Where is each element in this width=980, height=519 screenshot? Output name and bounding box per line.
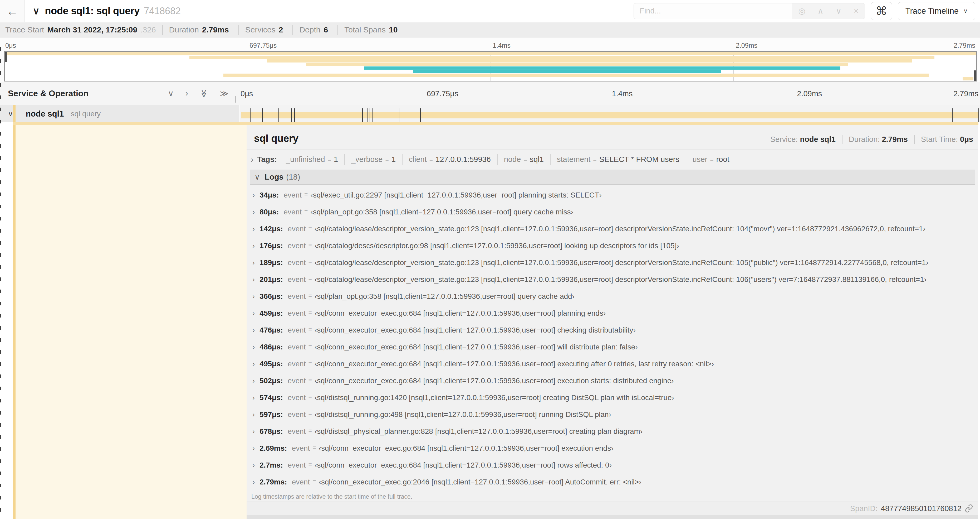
log-expand-chevron-icon[interactable]: ›: [252, 444, 255, 452]
logs-header[interactable]: ∨ Logs (18): [250, 169, 975, 185]
log-tick: [250, 109, 251, 122]
keyboard-shortcuts-button[interactable]: ⌘: [871, 2, 892, 20]
timeline-gridline: [425, 83, 425, 122]
log-row[interactable]: › 189μs: event = ‹sql/catalog/lease/desc…: [250, 254, 975, 271]
log-expand-chevron-icon[interactable]: ›: [252, 326, 255, 334]
expand-all-icon[interactable]: ≫: [199, 89, 209, 97]
log-row[interactable]: › 2.69ms: event = ‹sql/conn_executor_exe…: [250, 440, 975, 457]
log-row[interactable]: › 2.79ms: event = ‹sql/conn_executor_exe…: [250, 474, 975, 490]
log-tick: [955, 109, 955, 122]
span-row-service-cell[interactable]: ∨ node sql1 sql query: [0, 105, 239, 122]
log-row[interactable]: › 2.7ms: event = ‹sql/conn_executor_exec…: [250, 457, 975, 474]
log-field-key: event: [288, 410, 306, 419]
log-row[interactable]: › 476μs: event = ‹sql/conn_executor_exec…: [250, 322, 975, 339]
left-edge-scrollbar[interactable]: [0, 47, 1, 519]
deep-link-icon[interactable]: [965, 504, 973, 513]
span-collapse-chevron-icon[interactable]: ∨: [8, 110, 13, 118]
timeline-tick-label: 1.4ms: [493, 42, 511, 50]
span-meta-item: Duration:2.79ms: [842, 135, 908, 144]
tag-key: client: [409, 155, 427, 164]
collapse-all-icon[interactable]: ∨: [168, 89, 174, 98]
log-expand-chevron-icon[interactable]: ›: [252, 241, 255, 250]
collapse-deep-icon[interactable]: ≫: [220, 89, 228, 98]
log-event-text: ‹sql/distsql_running.go:498 [nsql1,clien…: [315, 410, 611, 419]
prev-result-icon[interactable]: ∧: [818, 6, 824, 16]
log-row[interactable]: › 597μs: event = ‹sql/distsql_running.go…: [250, 406, 975, 423]
trace-view-selector[interactable]: Trace Timeline ∨: [898, 2, 975, 20]
log-row[interactable]: › 201μs: event = ‹sql/catalog/lease/desc…: [250, 271, 975, 288]
log-expand-chevron-icon[interactable]: ›: [252, 427, 255, 436]
log-expand-chevron-icon[interactable]: ›: [252, 461, 255, 469]
expand-one-icon[interactable]: ›: [186, 89, 188, 98]
log-row[interactable]: › 502μs: event = ‹sql/conn_executor_exec…: [250, 372, 975, 389]
summary-label: Depth: [299, 25, 320, 34]
span-id-bar: SpanID: 4877749850101760812: [247, 502, 978, 515]
log-expand-chevron-icon[interactable]: ›: [252, 309, 255, 318]
log-expand-chevron-icon[interactable]: ›: [252, 410, 255, 419]
timeline-tick-label: 2.79ms: [954, 42, 975, 50]
back-button[interactable]: ←: [0, 0, 25, 22]
tag-equals: =: [593, 156, 597, 163]
log-expand-chevron-icon[interactable]: ›: [252, 191, 255, 200]
log-row[interactable]: › 34μs: event = ‹sql/exec_util.go:2297 […: [250, 187, 975, 204]
log-field-key: event: [288, 275, 306, 284]
span-meta-item: Service:node sql1: [770, 135, 836, 144]
find-input[interactable]: [633, 3, 792, 19]
log-equals: =: [309, 393, 312, 400]
log-row[interactable]: › 176μs: event = ‹sql/catalog/descs/desc…: [250, 237, 975, 254]
log-expand-chevron-icon[interactable]: ›: [252, 225, 255, 233]
service-operation-title: Service & Operation: [8, 89, 168, 98]
timeline-tick-label: 697.75μs: [250, 42, 277, 50]
minimap-canvas[interactable]: [4, 51, 977, 81]
column-resize-grip[interactable]: [235, 96, 237, 102]
timeline-tick-label: 0μs: [5, 42, 16, 50]
summary-value: 2.79ms: [202, 25, 229, 34]
log-tick: [278, 109, 279, 122]
tags-row[interactable]: › Tags: _unfinished = 1 _verbose = 1 cli…: [247, 150, 978, 169]
log-timestamp: 597μs:: [259, 410, 283, 419]
log-expand-chevron-icon[interactable]: ›: [252, 377, 255, 385]
minimap-right-drag-handle[interactable]: [974, 70, 976, 81]
log-expand-chevron-icon[interactable]: ›: [252, 275, 255, 284]
log-timestamp: 459μs:: [259, 309, 283, 318]
operation-name: sql query: [71, 110, 101, 118]
summary-value: March 31 2022, 17:25:09: [47, 25, 137, 34]
service-operation-header: Service & Operation ∨ › ≫ ≫: [0, 82, 239, 105]
span-meta-label: Start Time:: [921, 135, 958, 144]
log-equals: =: [304, 208, 308, 215]
log-field-key: event: [288, 292, 306, 301]
tag-item: user = root: [686, 154, 736, 165]
next-result-icon[interactable]: ∨: [836, 6, 842, 16]
log-row[interactable]: › 366μs: event = ‹sql/plan_opt.go:358 [n…: [250, 288, 975, 305]
collapse-trace-chevron-icon[interactable]: ∨: [33, 6, 40, 17]
timeline-tick-label: 2.09ms: [797, 89, 822, 98]
log-expand-chevron-icon[interactable]: ›: [252, 208, 255, 216]
tags-expand-chevron-icon[interactable]: ›: [251, 155, 253, 164]
log-row[interactable]: › 142μs: event = ‹sql/catalog/lease/desc…: [250, 220, 975, 237]
logs-collapse-chevron-icon[interactable]: ∨: [255, 173, 260, 181]
log-expand-chevron-icon[interactable]: ›: [252, 343, 255, 351]
log-row[interactable]: › 486μs: event = ‹sql/conn_executor_exec…: [250, 339, 975, 356]
span-operation-title: sql query: [254, 133, 299, 144]
log-field-key: event: [288, 225, 306, 233]
summary-label: Trace Start: [5, 25, 44, 34]
left-gutter: [0, 125, 13, 519]
span-row[interactable]: ∨ node sql1 sql query: [0, 105, 980, 122]
log-row[interactable]: › 574μs: event = ‹sql/distsql_running.go…: [250, 389, 975, 406]
locator-icon[interactable]: ◎: [798, 6, 805, 16]
log-expand-chevron-icon[interactable]: ›: [252, 393, 255, 402]
log-expand-chevron-icon[interactable]: ›: [252, 478, 255, 486]
log-expand-chevron-icon[interactable]: ›: [252, 292, 255, 301]
log-tick: [374, 109, 374, 122]
log-row[interactable]: › 80μs: event = ‹sql/plan_opt.go:358 [ns…: [250, 204, 975, 220]
log-row[interactable]: › 678μs: event = ‹sql/distsql_physical_p…: [250, 423, 975, 440]
span-meta-value: 0μs: [960, 135, 973, 144]
span-detail-panel: sql query Service:node sql1 Duration:2.7…: [247, 125, 978, 502]
log-expand-chevron-icon[interactable]: ›: [252, 360, 255, 368]
minimap-left-drag-handle[interactable]: [5, 52, 7, 62]
clear-search-icon[interactable]: ×: [854, 6, 859, 16]
log-expand-chevron-icon[interactable]: ›: [252, 259, 255, 267]
log-row[interactable]: › 459μs: event = ‹sql/conn_executor_exec…: [250, 305, 975, 322]
log-row[interactable]: › 495μs: event = ‹sql/conn_executor_exec…: [250, 356, 975, 372]
summary-value: 6: [324, 25, 328, 34]
